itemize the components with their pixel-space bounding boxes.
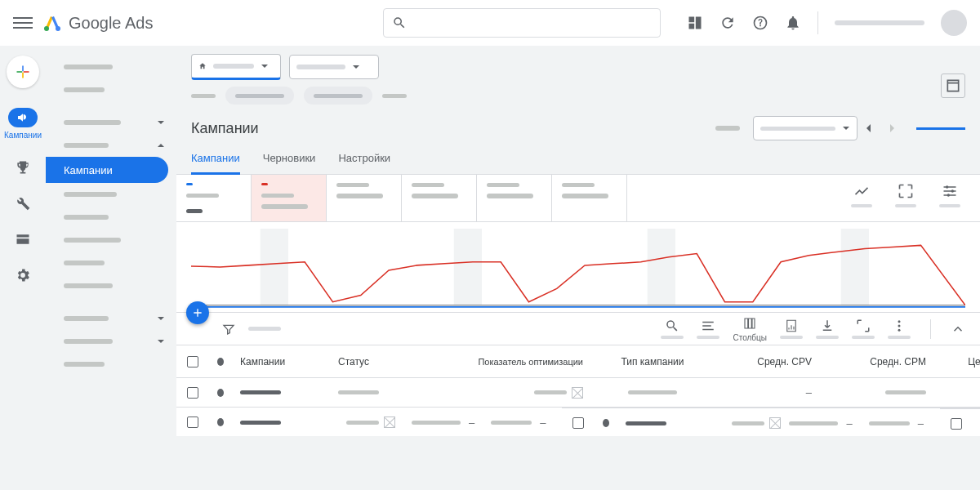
scorecard[interactable] xyxy=(552,175,627,221)
sidebar-item[interactable] xyxy=(46,56,176,78)
row-checkbox[interactable] xyxy=(187,416,198,428)
table-row[interactable]: – – const data = JSON.parse(document.get… xyxy=(940,408,980,438)
appearance-icon[interactable] xyxy=(687,15,703,31)
filter-placeholder[interactable] xyxy=(248,327,281,331)
status-dot[interactable] xyxy=(603,419,609,427)
rail-tools[interactable] xyxy=(7,195,39,212)
scorecard[interactable] xyxy=(327,175,402,221)
svg-point-4 xyxy=(947,194,950,196)
reports-button[interactable] xyxy=(780,318,803,339)
account-selector[interactable] xyxy=(191,54,281,80)
chevron-down-icon xyxy=(352,63,360,71)
chevron-down-icon xyxy=(157,118,165,127)
sidebar-item[interactable] xyxy=(46,229,176,252)
sidebar-item[interactable] xyxy=(46,353,176,376)
no-image-icon xyxy=(384,416,395,428)
date-next-button[interactable] xyxy=(880,117,903,140)
sidebar-item[interactable] xyxy=(46,183,176,206)
svg-point-3 xyxy=(951,189,954,192)
filter-chip[interactable] xyxy=(225,87,294,105)
scorecard[interactable] xyxy=(477,175,552,221)
expand-chart-button[interactable] xyxy=(895,183,916,207)
svg-point-10 xyxy=(898,320,901,323)
main-menu-button[interactable] xyxy=(13,13,33,33)
search-icon xyxy=(665,318,679,333)
col-price[interactable]: Цена xyxy=(934,356,980,368)
date-prev-button[interactable] xyxy=(858,117,880,140)
chart-type-button[interactable] xyxy=(851,183,872,207)
row-checkbox[interactable] xyxy=(951,418,962,430)
rail-admin[interactable] xyxy=(7,267,39,283)
collapse-chart-button[interactable] xyxy=(951,322,965,336)
workspace-icon[interactable] xyxy=(941,74,965,98)
search-table-button[interactable] xyxy=(661,318,684,339)
type-value xyxy=(412,421,461,425)
row-checkbox[interactable] xyxy=(187,387,198,399)
expand-icon xyxy=(856,318,871,333)
col-optimization[interactable]: Показатель оптимизации xyxy=(444,357,591,367)
col-status[interactable]: Статус xyxy=(330,356,444,368)
svg-rect-5 xyxy=(261,229,288,305)
sidebar-item[interactable] xyxy=(46,206,176,229)
sidebar-item-campaigns[interactable]: Кампании xyxy=(46,157,168,183)
notifications-icon[interactable] xyxy=(785,15,801,31)
cpm-value xyxy=(491,421,532,425)
scorecard-primary[interactable] xyxy=(176,175,252,221)
download-icon xyxy=(820,318,835,333)
campaign-name[interactable] xyxy=(626,421,666,425)
sidebar-item-expandable[interactable] xyxy=(46,134,176,157)
svg-point-1 xyxy=(56,26,60,31)
download-button[interactable] xyxy=(816,318,839,339)
sidebar-item[interactable] xyxy=(46,274,176,297)
expand-table-button[interactable] xyxy=(852,318,875,339)
account-name[interactable] xyxy=(835,20,924,25)
campaign-name[interactable] xyxy=(240,390,281,394)
rail-billing[interactable] xyxy=(7,231,39,247)
col-cpv[interactable]: Средн. CPV xyxy=(714,356,820,368)
tab-drafts[interactable]: Черновики xyxy=(263,152,316,174)
avatar[interactable] xyxy=(941,10,967,36)
rail-campaigns[interactable]: Кампании xyxy=(7,108,39,140)
rail-goals[interactable] xyxy=(7,159,39,176)
status-dot[interactable] xyxy=(217,418,224,426)
col-cpm[interactable]: Средн. CPM xyxy=(820,356,934,368)
scorecard[interactable] xyxy=(402,175,477,221)
status-dot[interactable] xyxy=(217,389,224,397)
select-all-checkbox[interactable] xyxy=(187,356,198,368)
sidebar-item[interactable] xyxy=(46,252,176,274)
scorecard-secondary[interactable] xyxy=(252,175,327,221)
sidebar-item-expandable[interactable] xyxy=(46,330,176,353)
sidebar-item-expandable[interactable] xyxy=(46,307,176,330)
sidebar-item[interactable] xyxy=(46,78,176,101)
more-button[interactable] xyxy=(888,318,911,339)
date-range-selector[interactable] xyxy=(753,116,858,140)
table-row[interactable]: – – – – const data = JSON.parse(document… xyxy=(562,408,980,437)
tab-settings[interactable]: Настройки xyxy=(338,152,390,174)
table-header-row: Кампании Статус Показатель оптимизации Т… xyxy=(176,345,980,377)
create-button[interactable] xyxy=(7,56,39,88)
filter-icon[interactable] xyxy=(222,323,235,336)
campaign-name[interactable] xyxy=(240,421,281,425)
help-icon[interactable] xyxy=(752,15,768,31)
tab-campaigns[interactable]: Кампании xyxy=(191,152,240,175)
refresh-icon[interactable] xyxy=(719,15,736,31)
table-row[interactable]: – – xyxy=(176,377,980,407)
adjust-chart-button[interactable] xyxy=(939,183,960,207)
table-row[interactable]: – – – – – – const data = JSON.pars xyxy=(176,407,980,436)
gear-icon xyxy=(15,267,31,283)
filter-chip[interactable] xyxy=(304,87,372,105)
add-campaign-button[interactable] xyxy=(186,301,209,324)
compare-toggle[interactable] xyxy=(916,127,965,130)
sidebar: Кампании xyxy=(46,46,176,490)
status-header-icon[interactable] xyxy=(217,358,224,366)
segment-button[interactable] xyxy=(697,318,719,339)
sidebar-item-expandable[interactable] xyxy=(46,111,176,134)
search-input[interactable] xyxy=(383,8,661,38)
col-campaign[interactable]: Кампании xyxy=(232,356,330,368)
columns-button[interactable]: Столбцы xyxy=(733,316,767,342)
svg-point-2 xyxy=(946,185,948,188)
row-checkbox[interactable] xyxy=(572,417,584,429)
wrench-icon xyxy=(15,195,31,212)
campaign-selector[interactable] xyxy=(289,55,379,79)
col-type[interactable]: Тип кампании xyxy=(591,356,714,368)
